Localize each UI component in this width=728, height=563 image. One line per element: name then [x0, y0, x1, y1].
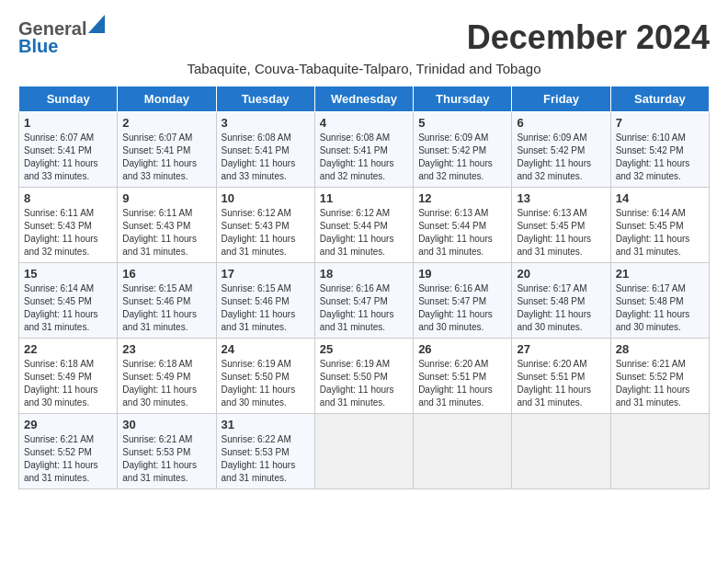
- day-number: 28: [616, 342, 704, 356]
- calendar-day-cell: 29Sunrise: 6:21 AM Sunset: 5:52 PM Dayli…: [19, 414, 118, 489]
- day-number: 24: [222, 342, 310, 356]
- calendar-day-cell: 18Sunrise: 6:16 AM Sunset: 5:47 PM Dayli…: [314, 263, 413, 339]
- day-info: Sunrise: 6:19 AM Sunset: 5:50 PM Dayligh…: [320, 358, 408, 409]
- day-info: Sunrise: 6:12 AM Sunset: 5:44 PM Dayligh…: [320, 207, 408, 259]
- calendar-day-cell: 28Sunrise: 6:21 AM Sunset: 5:52 PM Dayli…: [610, 339, 709, 414]
- calendar-day-cell: 3Sunrise: 6:08 AM Sunset: 5:41 PM Daylig…: [216, 112, 314, 188]
- calendar-day-cell: 10Sunrise: 6:12 AM Sunset: 5:43 PM Dayli…: [216, 188, 314, 263]
- day-number: 27: [517, 342, 605, 356]
- calendar-day-cell: 2Sunrise: 6:07 AM Sunset: 5:41 PM Daylig…: [118, 112, 216, 188]
- day-number: 5: [418, 116, 506, 130]
- calendar-day-cell: 20Sunrise: 6:17 AM Sunset: 5:48 PM Dayli…: [512, 263, 610, 339]
- calendar-week-row-1: 1Sunrise: 6:07 AM Sunset: 5:41 PM Daylig…: [19, 112, 710, 188]
- day-info: Sunrise: 6:14 AM Sunset: 5:45 PM Dayligh…: [616, 207, 704, 259]
- logo-triangle-icon: [88, 15, 105, 37]
- day-number: 17: [222, 267, 310, 281]
- calendar-day-cell: 6Sunrise: 6:09 AM Sunset: 5:42 PM Daylig…: [512, 112, 610, 188]
- day-number: 30: [122, 418, 210, 431]
- calendar-week-row-5: 29Sunrise: 6:21 AM Sunset: 5:52 PM Dayli…: [19, 414, 710, 489]
- page-container: General Blue December 2024 Tabaquite, Co…: [18, 18, 710, 489]
- calendar-day-cell: 13Sunrise: 6:13 AM Sunset: 5:45 PM Dayli…: [512, 188, 610, 263]
- day-number: 29: [24, 418, 112, 431]
- weekday-header-friday: Friday: [512, 86, 610, 112]
- day-info: Sunrise: 6:16 AM Sunset: 5:47 PM Dayligh…: [418, 282, 506, 334]
- day-number: 20: [517, 267, 605, 281]
- weekday-header-tuesday: Tuesday: [216, 86, 314, 112]
- day-number: 19: [418, 267, 506, 281]
- svg-marker-0: [88, 15, 105, 33]
- day-number: 31: [222, 418, 310, 431]
- weekday-header-thursday: Thursday: [414, 86, 512, 112]
- day-number: 15: [24, 267, 112, 281]
- day-number: 1: [24, 116, 112, 130]
- day-number: 10: [222, 191, 310, 205]
- day-info: Sunrise: 6:22 AM Sunset: 5:53 PM Dayligh…: [222, 433, 310, 485]
- day-info: Sunrise: 6:09 AM Sunset: 5:42 PM Dayligh…: [517, 132, 605, 183]
- day-number: 16: [122, 267, 210, 281]
- calendar-day-cell: 14Sunrise: 6:14 AM Sunset: 5:45 PM Dayli…: [610, 188, 709, 263]
- day-info: Sunrise: 6:21 AM Sunset: 5:52 PM Dayligh…: [24, 433, 112, 485]
- day-number: 22: [24, 342, 112, 356]
- calendar-day-cell: 31Sunrise: 6:22 AM Sunset: 5:53 PM Dayli…: [216, 414, 314, 489]
- day-number: 3: [222, 116, 310, 130]
- weekday-header-monday: Monday: [118, 86, 216, 112]
- weekday-header-row: SundayMondayTuesdayWednesdayThursdayFrid…: [19, 86, 710, 112]
- calendar-day-cell: 7Sunrise: 6:10 AM Sunset: 5:42 PM Daylig…: [610, 112, 709, 188]
- day-number: 4: [320, 116, 408, 130]
- logo-area: General Blue: [18, 18, 105, 57]
- day-info: Sunrise: 6:15 AM Sunset: 5:46 PM Dayligh…: [122, 282, 210, 334]
- day-info: Sunrise: 6:13 AM Sunset: 5:45 PM Dayligh…: [517, 207, 605, 259]
- day-number: 12: [418, 191, 506, 205]
- calendar-table: SundayMondayTuesdayWednesdayThursdayFrid…: [18, 86, 710, 489]
- day-info: Sunrise: 6:16 AM Sunset: 5:47 PM Dayligh…: [320, 282, 408, 334]
- calendar-subtitle: Tabaquite, Couva-Tabaquite-Talparo, Trin…: [18, 61, 710, 76]
- day-info: Sunrise: 6:10 AM Sunset: 5:42 PM Dayligh…: [616, 132, 704, 183]
- day-number: 6: [517, 116, 605, 130]
- day-number: 26: [418, 342, 506, 356]
- day-info: Sunrise: 6:14 AM Sunset: 5:45 PM Dayligh…: [24, 282, 112, 334]
- day-info: Sunrise: 6:21 AM Sunset: 5:52 PM Dayligh…: [616, 358, 704, 409]
- day-info: Sunrise: 6:18 AM Sunset: 5:49 PM Dayligh…: [24, 358, 112, 409]
- day-number: 11: [320, 191, 408, 205]
- calendar-day-cell: [414, 414, 512, 489]
- month-title: December 2024: [467, 18, 710, 57]
- day-info: Sunrise: 6:20 AM Sunset: 5:51 PM Dayligh…: [517, 358, 605, 409]
- calendar-day-cell: 21Sunrise: 6:17 AM Sunset: 5:48 PM Dayli…: [610, 263, 709, 339]
- calendar-day-cell: 12Sunrise: 6:13 AM Sunset: 5:44 PM Dayli…: [414, 188, 512, 263]
- calendar-day-cell: [610, 414, 709, 489]
- day-number: 25: [320, 342, 408, 356]
- weekday-header-saturday: Saturday: [610, 86, 709, 112]
- day-info: Sunrise: 6:07 AM Sunset: 5:41 PM Dayligh…: [122, 132, 210, 183]
- calendar-day-cell: 19Sunrise: 6:16 AM Sunset: 5:47 PM Dayli…: [414, 263, 512, 339]
- day-number: 9: [122, 191, 210, 205]
- calendar-day-cell: [314, 414, 413, 489]
- day-info: Sunrise: 6:09 AM Sunset: 5:42 PM Dayligh…: [418, 132, 506, 183]
- calendar-day-cell: 25Sunrise: 6:19 AM Sunset: 5:50 PM Dayli…: [314, 339, 413, 414]
- day-number: 13: [517, 191, 605, 205]
- calendar-day-cell: 16Sunrise: 6:15 AM Sunset: 5:46 PM Dayli…: [118, 263, 216, 339]
- calendar-day-cell: 11Sunrise: 6:12 AM Sunset: 5:44 PM Dayli…: [314, 188, 413, 263]
- calendar-day-cell: 15Sunrise: 6:14 AM Sunset: 5:45 PM Dayli…: [19, 263, 118, 339]
- day-info: Sunrise: 6:15 AM Sunset: 5:46 PM Dayligh…: [222, 282, 310, 334]
- header: General Blue December 2024: [18, 18, 710, 57]
- calendar-day-cell: 26Sunrise: 6:20 AM Sunset: 5:51 PM Dayli…: [414, 339, 512, 414]
- calendar-day-cell: 1Sunrise: 6:07 AM Sunset: 5:41 PM Daylig…: [19, 112, 118, 188]
- day-info: Sunrise: 6:17 AM Sunset: 5:48 PM Dayligh…: [616, 282, 704, 334]
- calendar-week-row-4: 22Sunrise: 6:18 AM Sunset: 5:49 PM Dayli…: [19, 339, 710, 414]
- day-number: 2: [122, 116, 210, 130]
- day-number: 14: [616, 191, 704, 205]
- day-number: 7: [616, 116, 704, 130]
- logo-blue-text: Blue: [18, 36, 58, 56]
- calendar-day-cell: 9Sunrise: 6:11 AM Sunset: 5:43 PM Daylig…: [118, 188, 216, 263]
- calendar-day-cell: 22Sunrise: 6:18 AM Sunset: 5:49 PM Dayli…: [19, 339, 118, 414]
- weekday-header-wednesday: Wednesday: [314, 86, 413, 112]
- calendar-day-cell: 23Sunrise: 6:18 AM Sunset: 5:49 PM Dayli…: [118, 339, 216, 414]
- day-info: Sunrise: 6:07 AM Sunset: 5:41 PM Dayligh…: [24, 132, 112, 183]
- day-info: Sunrise: 6:12 AM Sunset: 5:43 PM Dayligh…: [222, 207, 310, 259]
- calendar-day-cell: 5Sunrise: 6:09 AM Sunset: 5:42 PM Daylig…: [414, 112, 512, 188]
- day-info: Sunrise: 6:17 AM Sunset: 5:48 PM Dayligh…: [517, 282, 605, 334]
- calendar-day-cell: 30Sunrise: 6:21 AM Sunset: 5:53 PM Dayli…: [118, 414, 216, 489]
- day-info: Sunrise: 6:19 AM Sunset: 5:50 PM Dayligh…: [222, 358, 310, 409]
- calendar-day-cell: 24Sunrise: 6:19 AM Sunset: 5:50 PM Dayli…: [216, 339, 314, 414]
- calendar-week-row-2: 8Sunrise: 6:11 AM Sunset: 5:43 PM Daylig…: [19, 188, 710, 263]
